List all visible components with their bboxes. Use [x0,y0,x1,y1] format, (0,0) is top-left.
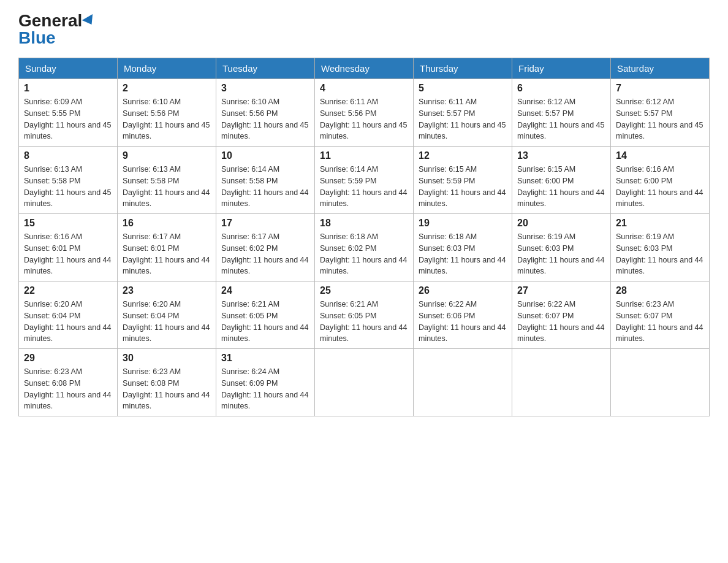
table-cell [512,349,611,416]
table-cell: 26 Sunrise: 6:22 AMSunset: 6:06 PMDaylig… [414,282,512,349]
week-row-2: 8 Sunrise: 6:13 AMSunset: 5:58 PMDayligh… [19,147,710,214]
header-wednesday: Wednesday [315,58,414,79]
table-cell: 12 Sunrise: 6:15 AMSunset: 5:59 PMDaylig… [414,147,512,214]
day-number: 10 [221,150,309,161]
table-cell: 15 Sunrise: 6:16 AMSunset: 6:01 PMDaylig… [19,214,118,282]
table-cell: 27 Sunrise: 6:22 AMSunset: 6:07 PMDaylig… [512,282,611,349]
day-info: Sunrise: 6:20 AMSunset: 6:04 PMDaylight:… [24,299,112,345]
table-cell: 23 Sunrise: 6:20 AMSunset: 6:04 PMDaylig… [118,282,216,349]
logo-general-text: General [18,12,82,29]
day-number: 3 [221,83,309,94]
table-cell: 16 Sunrise: 6:17 AMSunset: 6:01 PMDaylig… [118,214,216,282]
table-cell: 1 Sunrise: 6:09 AMSunset: 5:55 PMDayligh… [19,79,118,147]
week-row-3: 15 Sunrise: 6:16 AMSunset: 6:01 PMDaylig… [19,214,710,282]
day-info: Sunrise: 6:13 AMSunset: 5:58 PMDaylight:… [123,164,211,210]
day-info: Sunrise: 6:14 AMSunset: 5:58 PMDaylight:… [221,164,309,210]
table-cell: 7 Sunrise: 6:12 AMSunset: 5:57 PMDayligh… [611,79,710,147]
table-cell: 19 Sunrise: 6:18 AMSunset: 6:03 PMDaylig… [414,214,512,282]
header-thursday: Thursday [414,58,512,79]
table-cell: 30 Sunrise: 6:23 AMSunset: 6:08 PMDaylig… [118,349,216,416]
day-number: 31 [221,353,309,364]
table-cell: 29 Sunrise: 6:23 AMSunset: 6:08 PMDaylig… [19,349,118,416]
day-info: Sunrise: 6:15 AMSunset: 6:00 PMDaylight:… [517,164,605,210]
day-number: 12 [419,150,507,161]
day-info: Sunrise: 6:21 AMSunset: 6:05 PMDaylight:… [320,299,408,345]
day-number: 20 [517,218,605,229]
day-number: 26 [419,285,507,296]
day-number: 19 [419,218,507,229]
logo: General Blue [18,12,96,47]
day-number: 5 [419,83,507,94]
table-cell: 10 Sunrise: 6:14 AMSunset: 5:58 PMDaylig… [216,147,315,214]
day-number: 27 [517,285,605,296]
day-info: Sunrise: 6:17 AMSunset: 6:02 PMDaylight:… [221,231,309,277]
table-cell: 25 Sunrise: 6:21 AMSunset: 6:05 PMDaylig… [315,282,414,349]
day-number: 25 [320,285,408,296]
day-number: 6 [517,83,605,94]
table-cell: 28 Sunrise: 6:23 AMSunset: 6:07 PMDaylig… [611,282,710,349]
week-row-1: 1 Sunrise: 6:09 AMSunset: 5:55 PMDayligh… [19,79,710,147]
day-info: Sunrise: 6:18 AMSunset: 6:03 PMDaylight:… [419,231,507,277]
day-info: Sunrise: 6:23 AMSunset: 6:08 PMDaylight:… [24,366,112,412]
header-saturday: Saturday [611,58,710,79]
page-header: General Blue [18,12,710,47]
table-cell: 24 Sunrise: 6:21 AMSunset: 6:05 PMDaylig… [216,282,315,349]
day-number: 11 [320,150,408,161]
day-number: 29 [24,353,112,364]
day-info: Sunrise: 6:18 AMSunset: 6:02 PMDaylight:… [320,231,408,277]
table-cell: 4 Sunrise: 6:11 AMSunset: 5:56 PMDayligh… [315,79,414,147]
day-info: Sunrise: 6:22 AMSunset: 6:07 PMDaylight:… [517,299,605,345]
day-info: Sunrise: 6:13 AMSunset: 5:58 PMDaylight:… [24,164,112,210]
table-cell: 11 Sunrise: 6:14 AMSunset: 5:59 PMDaylig… [315,147,414,214]
week-row-4: 22 Sunrise: 6:20 AMSunset: 6:04 PMDaylig… [19,282,710,349]
day-number: 30 [123,353,211,364]
day-info: Sunrise: 6:14 AMSunset: 5:59 PMDaylight:… [320,164,408,210]
day-info: Sunrise: 6:15 AMSunset: 5:59 PMDaylight:… [419,164,507,210]
calendar-header-row: SundayMondayTuesdayWednesdayThursdayFrid… [19,58,710,79]
table-cell [315,349,414,416]
table-cell: 20 Sunrise: 6:19 AMSunset: 6:03 PMDaylig… [512,214,611,282]
day-info: Sunrise: 6:20 AMSunset: 6:04 PMDaylight:… [123,299,211,345]
day-info: Sunrise: 6:10 AMSunset: 5:56 PMDaylight:… [221,96,309,142]
table-cell: 5 Sunrise: 6:11 AMSunset: 5:57 PMDayligh… [414,79,512,147]
day-number: 4 [320,83,408,94]
day-info: Sunrise: 6:16 AMSunset: 6:00 PMDaylight:… [616,164,704,210]
day-number: 15 [24,218,112,229]
table-cell: 3 Sunrise: 6:10 AMSunset: 5:56 PMDayligh… [216,79,315,147]
day-number: 22 [24,285,112,296]
day-number: 14 [616,150,704,161]
day-info: Sunrise: 6:21 AMSunset: 6:05 PMDaylight:… [221,299,309,345]
day-number: 13 [517,150,605,161]
day-number: 9 [123,150,211,161]
day-info: Sunrise: 6:11 AMSunset: 5:56 PMDaylight:… [320,96,408,142]
table-cell: 18 Sunrise: 6:18 AMSunset: 6:02 PMDaylig… [315,214,414,282]
day-number: 21 [616,218,704,229]
day-info: Sunrise: 6:11 AMSunset: 5:57 PMDaylight:… [419,96,507,142]
table-cell: 14 Sunrise: 6:16 AMSunset: 6:00 PMDaylig… [611,147,710,214]
day-info: Sunrise: 6:09 AMSunset: 5:55 PMDaylight:… [24,96,112,142]
table-cell [414,349,512,416]
day-number: 24 [221,285,309,296]
day-info: Sunrise: 6:12 AMSunset: 5:57 PMDaylight:… [616,96,704,142]
day-info: Sunrise: 6:23 AMSunset: 6:07 PMDaylight:… [616,299,704,345]
day-info: Sunrise: 6:22 AMSunset: 6:06 PMDaylight:… [419,299,507,345]
day-number: 7 [616,83,704,94]
day-number: 17 [221,218,309,229]
table-cell: 22 Sunrise: 6:20 AMSunset: 6:04 PMDaylig… [19,282,118,349]
day-number: 16 [123,218,211,229]
table-cell: 6 Sunrise: 6:12 AMSunset: 5:57 PMDayligh… [512,79,611,147]
day-number: 23 [123,285,211,296]
day-info: Sunrise: 6:16 AMSunset: 6:01 PMDaylight:… [24,231,112,277]
day-info: Sunrise: 6:19 AMSunset: 6:03 PMDaylight:… [616,231,704,277]
day-info: Sunrise: 6:12 AMSunset: 5:57 PMDaylight:… [517,96,605,142]
header-tuesday: Tuesday [216,58,315,79]
header-sunday: Sunday [19,58,118,79]
table-cell: 9 Sunrise: 6:13 AMSunset: 5:58 PMDayligh… [118,147,216,214]
table-cell: 17 Sunrise: 6:17 AMSunset: 6:02 PMDaylig… [216,214,315,282]
day-info: Sunrise: 6:24 AMSunset: 6:09 PMDaylight:… [221,366,309,412]
logo-blue-text: Blue [18,29,56,47]
table-cell: 21 Sunrise: 6:19 AMSunset: 6:03 PMDaylig… [611,214,710,282]
logo-triangle-icon [82,14,97,28]
day-info: Sunrise: 6:10 AMSunset: 5:56 PMDaylight:… [123,96,211,142]
table-cell [611,349,710,416]
